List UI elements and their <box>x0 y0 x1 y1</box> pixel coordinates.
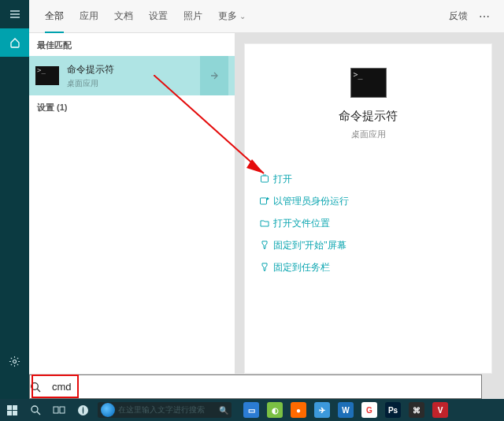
taskbar: 在这里输入文字进行搜索 🔍 ▭◐●✈WGPs⌘V <box>0 399 504 421</box>
tab-label: 应用 <box>80 9 98 23</box>
feedback-label: 反馈 <box>449 10 468 21</box>
tab-docs[interactable]: 文档 <box>106 0 141 33</box>
ie-placeholder: 在这里输入文字进行搜索 <box>118 404 205 415</box>
pin-taskbar-icon <box>256 263 273 272</box>
action-open-location[interactable]: 打开文件位置 <box>256 213 480 233</box>
pinned-app-1[interactable]: ◐ <box>263 399 287 421</box>
svg-point-11 <box>32 406 38 412</box>
pinned-app-3[interactable]: ✈ <box>310 399 334 421</box>
action-label: 以管理员身份运行 <box>273 195 349 208</box>
pinned-app-6[interactable]: Ps <box>381 399 405 421</box>
ie-search-icon[interactable]: 🔍 <box>219 406 228 415</box>
weather-icon[interactable] <box>71 399 94 421</box>
detail-sub: 桌面应用 <box>351 129 386 140</box>
svg-rect-8 <box>13 405 17 410</box>
tab-label: 全部 <box>45 9 64 23</box>
svg-point-5 <box>32 382 39 389</box>
svg-rect-13 <box>54 407 58 413</box>
svg-rect-9 <box>7 411 12 415</box>
task-view-icon[interactable] <box>47 399 71 421</box>
tab-label: 照片 <box>183 9 202 23</box>
best-match-header: 最佳匹配 <box>29 33 235 56</box>
tab-all[interactable]: 全部 <box>37 0 72 33</box>
action-label: 固定到"开始"屏幕 <box>273 239 346 252</box>
search-box[interactable] <box>29 374 482 399</box>
pinned-app-icon: W <box>338 402 354 418</box>
detail-panel: 命令提示符 桌面应用 打开 以管理员身份运行 打开文件位置 固定到"开始"屏幕 … <box>244 43 492 374</box>
svg-line-6 <box>37 389 40 392</box>
more-options-icon[interactable]: ⋯ <box>472 10 496 23</box>
pinned-app-icon: ● <box>291 402 306 418</box>
pinned-app-icon: ◐ <box>267 402 283 418</box>
svg-rect-2 <box>260 198 266 204</box>
ie-address-bar[interactable]: 在这里输入文字进行搜索 🔍 <box>98 402 232 418</box>
pinned-app-2[interactable]: ● <box>287 399 310 421</box>
action-label: 打开文件位置 <box>273 217 330 230</box>
chevron-down-icon: ⌄ <box>239 12 246 20</box>
svg-line-12 <box>37 412 40 415</box>
pinned-app-icon: ▭ <box>243 402 259 418</box>
cmd-icon <box>35 66 59 85</box>
svg-rect-10 <box>13 411 17 415</box>
detail-title: 命令提示符 <box>339 109 398 124</box>
tab-more[interactable]: 更多⌄ <box>210 0 254 33</box>
pinned-app-icon: G <box>361 402 377 418</box>
settings-icon[interactable] <box>0 347 29 375</box>
svg-point-0 <box>13 360 16 363</box>
result-sub: 桌面应用 <box>67 78 200 89</box>
results-panel: 最佳匹配 命令提示符 桌面应用 设置 (1) <box>29 33 235 374</box>
tab-photos[interactable]: 照片 <box>176 0 210 33</box>
home-icon[interactable] <box>0 28 29 57</box>
result-cmd[interactable]: 命令提示符 桌面应用 <box>29 56 235 95</box>
tab-label: 更多 <box>218 9 237 23</box>
admin-icon <box>256 196 273 206</box>
pin-start-icon <box>256 240 273 250</box>
menu-icon[interactable] <box>0 0 29 28</box>
action-label: 固定到任务栏 <box>273 261 330 274</box>
pinned-app-0[interactable]: ▭ <box>239 399 263 421</box>
pinned-app-icon: ✈ <box>314 402 330 418</box>
svg-rect-7 <box>7 405 12 410</box>
pinned-app-icon: Ps <box>385 402 401 418</box>
tab-label: 设置 <box>149 9 168 23</box>
action-open[interactable]: 打开 <box>256 169 480 189</box>
search-icon <box>30 382 52 393</box>
ie-icon <box>101 403 115 417</box>
tab-label: 文档 <box>114 9 133 23</box>
pinned-app-8[interactable]: V <box>428 399 452 421</box>
action-pin-start[interactable]: 固定到"开始"屏幕 <box>256 235 480 255</box>
svg-rect-14 <box>60 407 65 413</box>
settings-group-header: 设置 (1) <box>29 95 235 118</box>
filter-tabs: 全部 应用 文档 设置 照片 更多⌄ 反馈 ⋯ <box>29 0 504 33</box>
result-text: 命令提示符 桌面应用 <box>67 63 200 89</box>
feedback-link[interactable]: 反馈 <box>444 9 472 23</box>
cmd-large-icon <box>350 68 387 98</box>
open-icon <box>256 174 273 184</box>
svg-rect-1 <box>261 176 269 182</box>
expand-arrow-icon[interactable] <box>200 56 228 95</box>
action-label: 打开 <box>273 173 292 186</box>
search-input[interactable] <box>52 376 481 398</box>
folder-icon <box>256 218 273 228</box>
pinned-app-icon: V <box>432 402 448 418</box>
tab-apps[interactable]: 应用 <box>72 0 106 33</box>
search-sidebar <box>0 0 29 399</box>
action-run-admin[interactable]: 以管理员身份运行 <box>256 191 480 211</box>
pinned-app-5[interactable]: G <box>358 399 381 421</box>
taskbar-search-icon[interactable] <box>24 399 47 421</box>
action-list: 打开 以管理员身份运行 打开文件位置 固定到"开始"屏幕 固定到任务栏 <box>245 169 491 278</box>
pinned-app-4[interactable]: W <box>334 399 358 421</box>
pinned-app-icon: ⌘ <box>409 402 424 418</box>
tab-settings[interactable]: 设置 <box>141 0 176 33</box>
action-pin-taskbar[interactable]: 固定到任务栏 <box>256 257 480 278</box>
pinned-app-7[interactable]: ⌘ <box>405 399 428 421</box>
start-button[interactable] <box>0 399 24 421</box>
result-title: 命令提示符 <box>67 63 200 76</box>
